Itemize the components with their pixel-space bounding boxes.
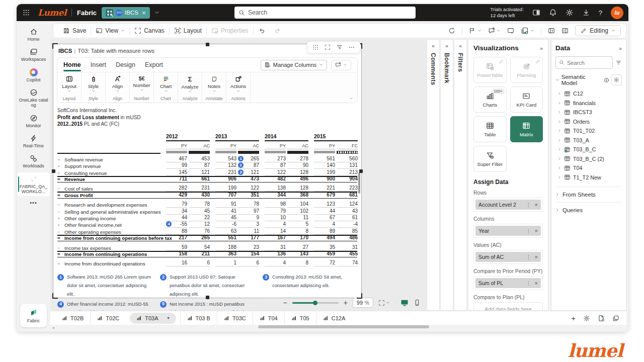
undo-button[interactable]: [254, 27, 270, 34]
visual-type-super-filter[interactable]: Super Filter: [473, 146, 507, 172]
ribbon-tab-home[interactable]: Home: [63, 58, 81, 72]
field-well-compare-to-prior-period-py[interactable]: Sum of PL⋮×: [473, 276, 543, 290]
fabric-app-card[interactable]: Fabric: [20, 304, 47, 327]
notifications-icon[interactable]: [549, 9, 557, 17]
collapsed-panel-bookmark[interactable]: «Bookmark: [440, 39, 453, 311]
table-row-income-tax-expenses[interactable]: −Income tax expenses59541882331273531: [57, 244, 357, 250]
ribbon-tab-export[interactable]: Export: [145, 58, 163, 72]
focus-mode-icon[interactable]: [325, 44, 331, 50]
sidebar-more-button[interactable]: •••: [30, 200, 37, 206]
scrollbar-thumb[interactable]: [258, 325, 429, 328]
sidebar-item-home[interactable]: Home: [18, 25, 50, 44]
scroll-left-icon[interactable]: ◂: [52, 326, 54, 330]
page-tab-t02c[interactable]: T02C: [90, 311, 126, 325]
download-icon[interactable]: [582, 9, 590, 17]
avatar[interactable]: lu: [611, 7, 623, 19]
sidebar-item-copilot[interactable]: Copilot: [18, 66, 50, 84]
ribbon-group-align[interactable]: AlignAlign: [106, 72, 130, 103]
expand-panel-icon[interactable]: «: [459, 43, 462, 49]
chip-menu-icon[interactable]: ⋮: [526, 228, 531, 234]
table-row-other-financial-income-net[interactable]: +Other financial income,net4-5512-63454-…: [57, 221, 357, 228]
table-row-cost-of-sales[interactable]: −Cost of sales282231199122138128221223: [57, 185, 357, 192]
ribbon-group-number[interactable]: $€NumberNumber: [130, 72, 154, 103]
page-tab-t03a[interactable]: T03A▾: [130, 313, 176, 324]
data-table-t03-b-c[interactable]: T03_B_C: [555, 145, 622, 154]
resize-handle[interactable]: [206, 296, 209, 299]
data-table-t04[interactable]: T04: [555, 163, 622, 173]
page-tab-t05[interactable]: T05: [284, 311, 316, 325]
ribbon-tab-insert[interactable]: Insert: [91, 58, 106, 72]
field-well-rows[interactable]: Account Level 2⋮×: [473, 198, 543, 212]
data-table-c12[interactable]: C12: [555, 89, 622, 99]
visual-type-table[interactable]: Table: [473, 116, 507, 142]
chip-remove-icon[interactable]: ×: [535, 228, 538, 234]
chip-menu-icon[interactable]: ⋮: [526, 202, 531, 208]
zoom-slider[interactable]: [292, 302, 339, 304]
view-button[interactable]: View: [91, 27, 129, 34]
zoom-level[interactable]: 99 %: [353, 298, 373, 308]
visual-scrollbar[interactable]: [358, 172, 360, 194]
selection-corner[interactable]: [52, 293, 58, 299]
note-badge-4[interactable]: 4: [166, 221, 172, 227]
search-input[interactable]: [248, 9, 412, 16]
zoom-slider-knob[interactable]: [313, 301, 317, 305]
expand-panel-icon[interactable]: «: [432, 43, 435, 49]
mobile-view-button[interactable]: [414, 299, 421, 306]
table-row-consulting-revenue[interactable]: +Consulting revenue145121231312112212819…: [57, 169, 357, 175]
field-well-compare-to-plan-pl[interactable]: Add data fields here: [473, 302, 543, 311]
collapse-panel-icon[interactable]: »: [619, 45, 622, 51]
page-tab-t02b[interactable]: T02B: [55, 311, 90, 325]
field-chip-year[interactable]: Year⋮×: [475, 226, 541, 236]
more-options-icon[interactable]: [349, 44, 355, 50]
data-section-from-sheets[interactable]: From Sheets: [555, 187, 622, 198]
help-icon[interactable]: ?: [599, 9, 602, 17]
table-row-research-and-development-expenses[interactable]: −Research and development expenses797891…: [57, 201, 357, 208]
visual-type-kpi-card[interactable]: KPI Card: [510, 86, 543, 113]
chevron-down-icon[interactable]: [154, 10, 160, 16]
drag-grid-icon[interactable]: [312, 44, 318, 50]
sidebar-item-fabric-qa-worklo[interactable]: 1FABRIC_QA_ WORKLO...: [18, 172, 50, 197]
add-page-button[interactable]: +: [571, 314, 576, 322]
lineage-button[interactable]: [469, 27, 481, 34]
fit-to-page-button[interactable]: [378, 300, 390, 306]
present-button[interactable]: [507, 27, 514, 34]
duplicate-button[interactable]: [521, 27, 534, 35]
field-chip-sum-of-ac[interactable]: Sum of AC⋮×: [475, 252, 541, 262]
page-tab-c12a[interactable]: C12A: [316, 311, 352, 325]
comments-button[interactable]: [488, 27, 501, 34]
data-table-orders[interactable]: Orders: [555, 117, 622, 127]
refresh-button[interactable]: [448, 27, 455, 34]
save-button[interactable]: Save: [58, 27, 91, 34]
field-chip-account-level-2[interactable]: Account Level 2⋮×: [475, 200, 541, 210]
data-table-t03-a[interactable]: T03_A: [555, 136, 622, 145]
page-tab-t03c[interactable]: T03C: [217, 311, 253, 325]
filter-icon[interactable]: [337, 44, 343, 50]
expand-panel-icon[interactable]: «: [445, 43, 448, 49]
ribbon-group-analyze[interactable]: ΣAnalyzeAnalyze: [178, 72, 202, 103]
ribbon-group-chart[interactable]: ChartChart: [154, 72, 178, 103]
chip-menu-icon[interactable]: ⋮: [526, 281, 531, 286]
collapse-left-pane-button[interactable]: [548, 27, 555, 34]
panel-toggle-icon[interactable]: [532, 9, 540, 17]
chip-remove-icon[interactable]: ×: [535, 280, 538, 286]
editing-mode-button[interactable]: Editing: [575, 25, 621, 36]
data-section-queries[interactable]: Queries: [555, 202, 622, 213]
collapse-ribbon-icon[interactable]: [349, 97, 353, 101]
new-page-icon[interactable]: [598, 315, 605, 322]
table-row-other-operating-income[interactable]: +Other operating income442245910116761: [57, 215, 357, 221]
visual-type-matrix[interactable]: Matrix: [510, 116, 543, 142]
table-row-income-from-continuing-operations-before-tax[interactable]: =Income from continuing operations befor…: [57, 235, 357, 241]
ribbon-tab-design[interactable]: Design: [116, 58, 135, 72]
desktop-view-button[interactable]: [400, 299, 409, 307]
note-badge-2[interactable]: 2: [238, 162, 244, 168]
table-row-other-operating-expenses[interactable]: −Other operating expenses887663111488985: [57, 228, 357, 234]
resize-handle[interactable]: [359, 169, 363, 173]
field-chip-sum-of-pl[interactable]: Sum of PL⋮×: [475, 278, 541, 288]
semantic-model-row[interactable]: Semantic Model: [555, 74, 622, 86]
data-table-financials[interactable]: financials: [555, 99, 622, 108]
data-table-ibcst3[interactable]: IBCST3: [555, 108, 622, 117]
sidebar-item-onelake-catalog[interactable]: OneLake catalog: [18, 86, 50, 110]
page-tab-t03-b[interactable]: T03 B: [180, 311, 217, 325]
table-row-revenue[interactable]: =Revenue711661906473482496900904: [57, 176, 357, 183]
ribbon-group-notes[interactable]: NotesAnnotate: [202, 72, 226, 103]
